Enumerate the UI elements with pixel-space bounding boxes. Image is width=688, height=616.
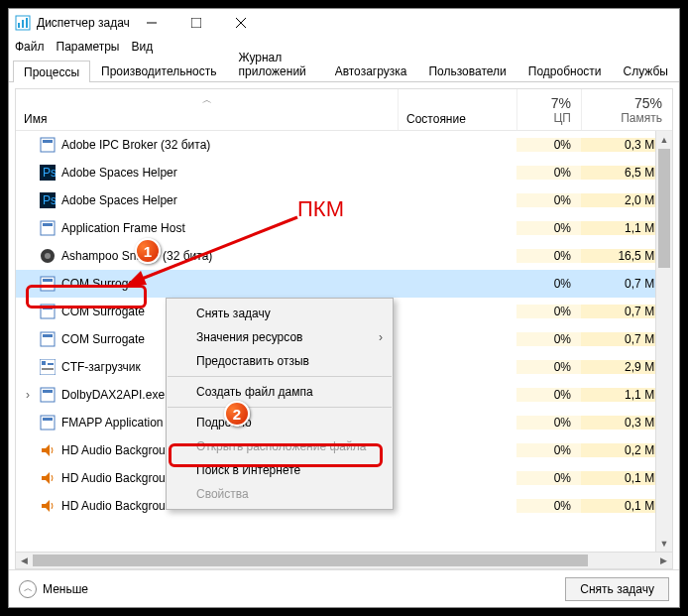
tabs: Процессы Производительность Журнал прило… (9, 57, 679, 82)
process-cpu: 0% (516, 360, 581, 374)
process-icon (40, 359, 56, 375)
table-row[interactable]: Adobe IPC Broker (32 бита)0%0,3 МБ (16, 131, 672, 159)
process-cpu: 0% (516, 443, 581, 457)
footer: ︿ Меньше Снять задачу (9, 569, 679, 607)
process-cpu: 0% (516, 193, 581, 207)
process-name: COM Surrogate (61, 332, 145, 346)
process-icon: Ps (40, 192, 56, 208)
svg-rect-19 (43, 279, 53, 282)
process-icon (40, 137, 56, 153)
end-task-button[interactable]: Снять задачу (565, 577, 669, 601)
ctx-details[interactable]: Подробно (167, 411, 393, 434)
tab-performance[interactable]: Производительность (90, 60, 227, 81)
menu-file[interactable]: Файл (15, 40, 45, 54)
process-icon (40, 304, 56, 319)
annotation-badge-1: 1 (135, 238, 161, 264)
process-cpu: 0% (516, 221, 581, 235)
annotation-rmb-label: ПКМ (297, 196, 344, 222)
window-title: Диспетчер задач (37, 16, 130, 30)
table-row[interactable]: Ashampoo Snap 9 (32 бита)0%16,5 МБ (16, 242, 672, 270)
process-icon (40, 248, 56, 264)
header-name[interactable]: ︿ Имя (16, 89, 398, 130)
table-row[interactable]: PsAdobe Spaces Helper0%6,5 МБ (16, 159, 672, 186)
svg-rect-26 (48, 363, 54, 365)
tab-services[interactable]: Службы (613, 60, 679, 81)
close-button[interactable] (219, 9, 264, 37)
menu-options[interactable]: Параметры (57, 40, 120, 54)
process-icon (40, 470, 56, 486)
scroll-up-icon[interactable]: ▲ (656, 131, 672, 148)
process-name: FMAPP Application (61, 416, 164, 430)
process-icon (40, 276, 56, 292)
tab-app-history[interactable]: Журнал приложений (228, 46, 324, 81)
process-icon (40, 442, 56, 458)
process-cpu: 0% (516, 166, 581, 180)
svg-rect-3 (26, 18, 28, 28)
menu-view[interactable]: Вид (131, 40, 153, 54)
menubar: Файл Параметры Вид (9, 37, 679, 57)
table-row[interactable]: Application Frame Host0%1,1 МБ (16, 214, 672, 242)
process-cpu: 0% (516, 471, 581, 485)
header-memory[interactable]: 75% Память (581, 89, 672, 130)
ctx-properties[interactable]: Свойства (167, 482, 393, 506)
expand-icon[interactable]: › (22, 388, 34, 402)
process-name: Adobe IPC Broker (32 бита) (61, 138, 210, 152)
horizontal-scrollbar[interactable]: ◀ ▶ (16, 552, 672, 568)
ctx-end-task[interactable]: Снять задачу (167, 302, 393, 325)
scroll-thumb-h[interactable] (33, 554, 588, 566)
svg-text:Ps: Ps (43, 193, 56, 207)
process-cpu: 0% (516, 499, 581, 513)
table-row[interactable]: COM Surrogate0%0,7 МБ (16, 270, 672, 298)
annotation-badge-2: 2 (224, 401, 250, 427)
process-name: CTF-загрузчик (61, 360, 141, 374)
scroll-left-icon[interactable]: ◀ (16, 553, 33, 568)
process-cpu: 0% (516, 388, 581, 402)
ctx-create-dump[interactable]: Создать файл дампа (167, 380, 393, 404)
svg-rect-21 (43, 307, 53, 309)
header-status[interactable]: Состояние (398, 89, 516, 130)
svg-rect-25 (42, 361, 46, 365)
svg-rect-31 (43, 418, 53, 421)
process-icon (40, 415, 56, 431)
vertical-scrollbar[interactable]: ▲ ▼ (655, 131, 672, 552)
table-row[interactable]: PsAdobe Spaces Helper0%2,0 МБ (16, 186, 672, 214)
context-menu: Снять задачу Значения ресурсов› Предоста… (166, 298, 394, 510)
process-icon: Ps (40, 165, 56, 181)
svg-marker-33 (125, 271, 147, 287)
scroll-right-icon[interactable]: ▶ (655, 553, 672, 568)
process-cpu: 0% (516, 138, 581, 152)
app-icon (15, 15, 31, 31)
tab-details[interactable]: Подробности (517, 60, 613, 81)
chevron-right-icon: › (379, 330, 383, 344)
minimize-button[interactable] (130, 9, 174, 37)
process-name: DolbyDAX2API.exe (61, 388, 165, 402)
process-name: Adobe Spaces Helper (61, 166, 177, 180)
scroll-down-icon[interactable]: ▼ (656, 535, 672, 552)
ctx-resource-values[interactable]: Значения ресурсов› (167, 325, 393, 349)
scroll-thumb[interactable] (658, 149, 670, 268)
tab-startup[interactable]: Автозагрузка (324, 60, 418, 81)
svg-rect-15 (43, 223, 53, 226)
separator (168, 407, 392, 408)
process-cpu: 0% (516, 332, 581, 346)
ctx-open-location[interactable]: Открыть расположение файла (167, 434, 393, 458)
maximize-button[interactable] (174, 9, 219, 37)
svg-text:Ps: Ps (43, 166, 56, 180)
process-icon (40, 220, 56, 236)
svg-rect-27 (42, 368, 54, 370)
ctx-feedback[interactable]: Предоставить отзыв (167, 349, 393, 373)
titlebar: Диспетчер задач (9, 9, 679, 37)
tab-users[interactable]: Пользователи (417, 60, 516, 81)
process-name: COM Surrogate (61, 305, 145, 318)
header-cpu[interactable]: 7% ЦП (516, 89, 581, 130)
ctx-search-online[interactable]: Поиск в Интернете (167, 458, 393, 482)
svg-rect-29 (43, 390, 53, 393)
column-headers: ︿ Имя Состояние 7% ЦП 75% Память (16, 89, 672, 131)
svg-point-17 (45, 253, 51, 259)
svg-rect-9 (43, 140, 53, 143)
tab-processes[interactable]: Процессы (13, 61, 90, 82)
process-icon (40, 331, 56, 347)
process-icon (40, 387, 56, 403)
fewer-details-button[interactable]: ︿ Меньше (19, 580, 88, 598)
svg-rect-2 (22, 20, 24, 28)
